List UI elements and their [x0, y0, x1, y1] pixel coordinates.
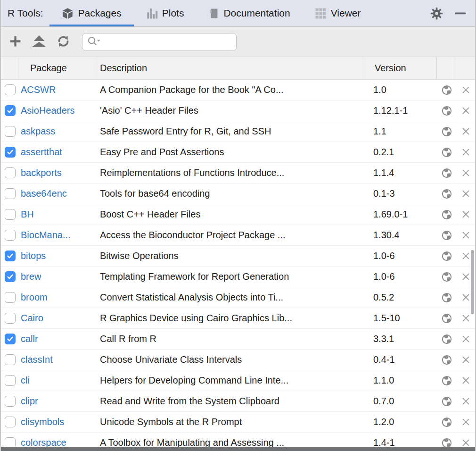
remove-package-icon[interactable] [461, 148, 470, 157]
package-checkbox[interactable] [5, 313, 16, 324]
globe-icon[interactable] [442, 417, 452, 427]
remove-package-icon[interactable] [461, 168, 470, 177]
globe-icon[interactable] [442, 313, 452, 324]
table-row[interactable]: BH Boost C++ Header Files 1.69.0-1 [1, 204, 475, 225]
package-name-link[interactable]: Cairo [21, 313, 43, 324]
table-row[interactable]: base64enc Tools for base64 encoding 0.1-… [1, 184, 475, 204]
package-name-link[interactable]: backports [21, 167, 62, 178]
table-row[interactable]: AsioHeaders 'Asio' C++ Header Files 1.12… [1, 100, 475, 121]
package-checkbox[interactable] [5, 417, 16, 427]
minimize-icon[interactable] [454, 7, 467, 19]
package-checkbox[interactable] [5, 271, 16, 282]
remove-package-icon[interactable] [461, 334, 470, 343]
package-checkbox[interactable] [5, 354, 16, 365]
package-name-link[interactable]: clisymbols [21, 417, 64, 427]
remove-package-icon[interactable] [461, 376, 470, 385]
package-name-link[interactable]: callr [21, 334, 38, 344]
globe-icon[interactable] [442, 168, 452, 178]
package-checkbox[interactable] [5, 292, 16, 303]
table-row[interactable]: broom Convert Statistical Analysis Objec… [1, 287, 475, 308]
package-name-link[interactable]: assertthat [21, 147, 62, 158]
tab-plots[interactable]: Plots [134, 0, 197, 26]
package-name-link[interactable]: bitops [21, 251, 46, 261]
package-name-link[interactable]: BiocMana... [21, 230, 71, 241]
remove-package-icon[interactable] [461, 314, 470, 323]
table-row[interactable]: callr Call R from R 3.3.1 [1, 329, 475, 350]
package-checkbox[interactable] [5, 209, 16, 220]
package-checkbox[interactable] [5, 126, 16, 137]
table-row[interactable]: askpass Safe Password Entry for R, Git, … [1, 121, 475, 142]
remove-package-icon[interactable] [461, 85, 470, 94]
table-row[interactable]: ACSWR A Companion Package for the Book "… [1, 80, 475, 100]
column-header-version[interactable]: Version [365, 57, 437, 79]
globe-icon[interactable] [442, 292, 452, 303]
globe-icon[interactable] [442, 230, 452, 241]
globe-icon[interactable] [442, 334, 452, 344]
remove-package-icon[interactable] [461, 251, 470, 260]
package-checkbox[interactable] [5, 251, 16, 261]
horizontal-scrollbar[interactable] [1, 447, 475, 451]
package-checkbox[interactable] [5, 167, 16, 178]
table-row[interactable]: Cairo R Graphics Device using Cairo Grap… [1, 308, 475, 329]
package-name-link[interactable]: classInt [21, 354, 53, 365]
column-header-description[interactable]: Description [95, 57, 365, 79]
package-name-link[interactable]: clipr [21, 396, 38, 407]
package-checkbox[interactable] [5, 334, 16, 344]
remove-package-icon[interactable] [461, 355, 470, 364]
install-package-button[interactable] [8, 34, 23, 50]
search-field[interactable] [82, 33, 237, 51]
package-checkbox[interactable] [5, 105, 16, 116]
package-name-link[interactable]: AsioHeaders [21, 105, 75, 116]
remove-package-icon[interactable] [461, 210, 470, 219]
package-checkbox[interactable] [5, 375, 16, 386]
vertical-scrollbar-thumb[interactable] [471, 250, 474, 314]
column-header-package[interactable]: Package [18, 57, 95, 79]
globe-icon[interactable] [442, 355, 452, 365]
table-row[interactable]: brew Templating Framework for Report Gen… [1, 267, 475, 287]
tab-documentation[interactable]: Documentation [196, 0, 302, 26]
package-name-link[interactable]: cli [21, 375, 30, 386]
remove-package-icon[interactable] [461, 293, 470, 302]
remove-package-icon[interactable] [461, 189, 470, 198]
table-row[interactable]: clisymbols Unicode Symbols at the R Prom… [1, 412, 475, 433]
package-checkbox[interactable] [5, 84, 16, 95]
remove-package-icon[interactable] [461, 438, 470, 447]
globe-icon[interactable] [442, 147, 452, 158]
package-checkbox[interactable] [5, 188, 16, 199]
package-checkbox[interactable] [5, 230, 16, 241]
package-name-link[interactable]: base64enc [21, 188, 67, 199]
gear-icon[interactable] [430, 7, 443, 20]
search-input[interactable] [103, 33, 236, 50]
globe-icon[interactable] [442, 126, 452, 137]
remove-package-icon[interactable] [461, 231, 470, 240]
table-row[interactable]: bitops Bitwise Operations 1.0-6 [1, 246, 475, 267]
globe-icon[interactable] [442, 396, 452, 407]
refresh-icon-button[interactable] [56, 34, 71, 50]
remove-package-icon[interactable] [461, 397, 470, 406]
globe-icon[interactable] [442, 376, 452, 386]
tab-packages[interactable]: Packages [49, 0, 133, 26]
table-row[interactable]: backports Reimplementations of Functions… [1, 163, 475, 184]
globe-icon[interactable] [442, 85, 452, 95]
globe-icon[interactable] [442, 251, 452, 261]
table-row[interactable]: clipr Read and Write from the System Cli… [1, 391, 475, 412]
remove-package-icon[interactable] [461, 127, 470, 136]
package-name-link[interactable]: ACSWR [21, 84, 56, 95]
package-name-link[interactable]: askpass [21, 126, 55, 137]
globe-icon[interactable] [442, 272, 452, 282]
globe-icon[interactable] [442, 209, 452, 220]
table-row[interactable]: assertthat Easy Pre and Post Assertions … [1, 142, 475, 163]
package-checkbox[interactable] [5, 396, 16, 407]
remove-package-icon[interactable] [461, 106, 470, 115]
table-row[interactable]: cli Helpers for Developing Command Line … [1, 370, 475, 391]
globe-icon[interactable] [442, 106, 452, 116]
tab-viewer[interactable]: Viewer [303, 0, 373, 26]
remove-package-icon[interactable] [461, 272, 470, 281]
remove-package-icon[interactable] [461, 418, 470, 426]
table-row[interactable]: BiocMana... Access the Bioconductor Proj… [1, 225, 475, 246]
package-checkbox[interactable] [5, 147, 16, 158]
package-name-link[interactable]: brew [21, 271, 41, 282]
table-row[interactable]: classInt Choose Univariate Class Interva… [1, 350, 475, 370]
package-name-link[interactable]: broom [21, 292, 48, 303]
globe-icon[interactable] [442, 189, 452, 199]
